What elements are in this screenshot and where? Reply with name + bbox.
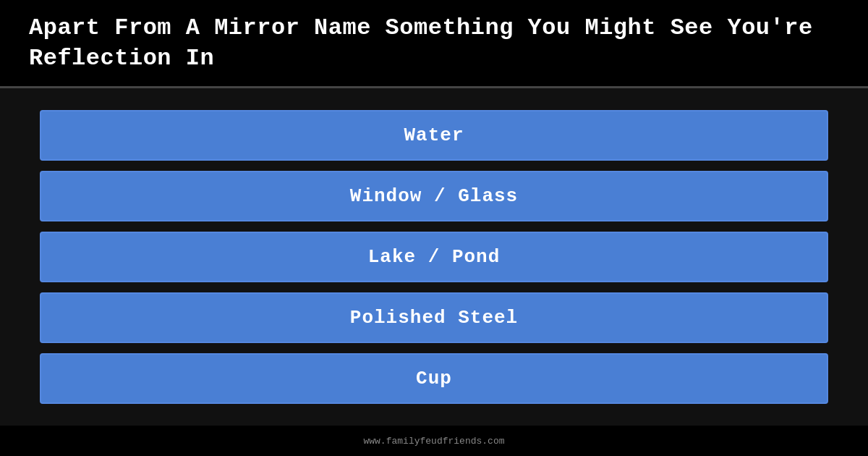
answer-text-1: Water: [404, 124, 464, 146]
answer-row-1[interactable]: Water: [40, 110, 828, 161]
answer-text-3: Lake / Pond: [368, 246, 501, 268]
answer-text-5: Cup: [416, 368, 452, 389]
answer-row-2[interactable]: Window / Glass: [40, 171, 828, 221]
answer-row-3[interactable]: Lake / Pond: [40, 232, 828, 282]
answer-text-2: Window / Glass: [350, 185, 518, 207]
answers-container: WaterWindow / GlassLake / PondPolished S…: [0, 88, 868, 426]
answer-text-4: Polished Steel: [350, 307, 518, 329]
answer-row-5[interactable]: Cup: [40, 353, 828, 404]
footer-url: www.familyfeudfriends.com: [363, 436, 504, 447]
question-title: Apart From A Mirror Name Something You M…: [29, 13, 839, 73]
header: Apart From A Mirror Name Something You M…: [0, 0, 868, 88]
footer: www.familyfeudfriends.com: [0, 434, 868, 447]
answer-row-4[interactable]: Polished Steel: [40, 292, 828, 343]
